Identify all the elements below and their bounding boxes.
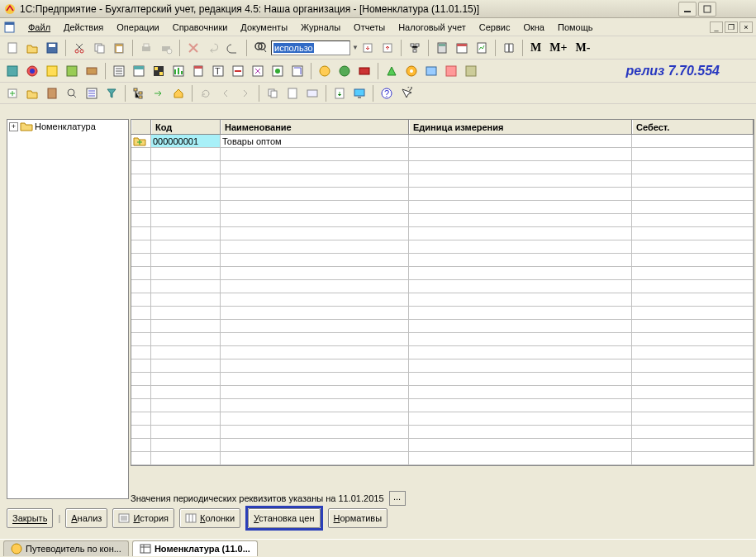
dropdown-icon[interactable]: ▼ (352, 44, 357, 51)
cat-filter-icon[interactable] (102, 84, 121, 102)
mod-icon-13[interactable] (249, 62, 267, 80)
analysis-button[interactable]: Анализ (65, 508, 107, 528)
mod-icon-3[interactable] (43, 62, 61, 80)
table-row[interactable] (131, 333, 754, 346)
cat-new-item-icon[interactable] (23, 84, 41, 102)
print-preview-icon[interactable] (157, 39, 175, 57)
cat-nav-right-icon[interactable] (236, 84, 254, 102)
mod-icon-18[interactable] (355, 62, 373, 80)
header-unit[interactable]: Единица измерения (409, 120, 632, 134)
menu-service[interactable]: Сервис (473, 21, 517, 34)
set-prices-button[interactable]: Установка цен (248, 508, 320, 528)
header-cost[interactable]: Себест. (632, 120, 754, 134)
normatives-button[interactable]: Нормативы (328, 508, 388, 528)
mod-icon-8[interactable] (150, 62, 168, 80)
mod-icon-16[interactable] (316, 62, 334, 80)
new-doc-icon[interactable] (3, 39, 21, 57)
table-row[interactable] (131, 307, 754, 320)
table-row[interactable] (131, 254, 754, 267)
up-nav-icon[interactable] (378, 39, 397, 57)
table-row[interactable] (131, 174, 754, 188)
tree-root-node[interactable]: + Номенклатура (7, 120, 128, 133)
mod-icon-20[interactable] (402, 62, 421, 80)
report-icon[interactable] (473, 39, 491, 57)
cat-new-folder-icon[interactable] (3, 84, 21, 102)
mod-icon-12[interactable] (229, 62, 247, 80)
mod-icon-14[interactable] (269, 62, 287, 80)
table-row[interactable] (131, 439, 754, 452)
menu-actions[interactable]: Действия (57, 21, 110, 34)
open-icon[interactable] (23, 39, 41, 57)
cat-book-icon[interactable] (43, 84, 61, 102)
table-row[interactable] (131, 426, 754, 439)
cut-icon[interactable] (70, 39, 88, 57)
search-input[interactable]: использо (271, 40, 350, 55)
table-row[interactable] (131, 359, 754, 373)
table-row[interactable] (131, 386, 754, 399)
header-name[interactable]: Наименование (221, 120, 409, 134)
mod-icon-1[interactable] (3, 62, 21, 80)
tree-icon[interactable] (406, 39, 424, 57)
down-nav-icon[interactable] (359, 39, 377, 57)
header-code[interactable]: Код (151, 120, 221, 134)
table-row[interactable]: 000000001Товары оптом (131, 135, 754, 148)
mod-icon-22[interactable] (442, 62, 460, 80)
undo-icon[interactable] (204, 39, 222, 57)
cat-doc-icon[interactable] (283, 84, 302, 102)
table-row[interactable] (131, 161, 754, 174)
mod-icon-10[interactable] (189, 62, 207, 80)
columns-button[interactable]: Колонки (179, 508, 240, 528)
memory-mminus-button[interactable]: M- (572, 41, 593, 55)
table-row[interactable] (131, 373, 754, 386)
mod-icon-15[interactable] (288, 62, 307, 80)
menu-documents[interactable]: Документы (234, 21, 294, 34)
table-row[interactable] (131, 280, 754, 293)
cat-hierarchy-icon[interactable] (130, 84, 148, 102)
mod-icon-23[interactable] (462, 62, 480, 80)
mod-icon-17[interactable] (335, 62, 354, 80)
table-row[interactable] (131, 320, 754, 333)
print-icon[interactable] (137, 39, 155, 57)
menu-catalogs[interactable]: Справочники (166, 21, 235, 34)
memory-m-button[interactable]: M (527, 41, 544, 55)
mod-icon-6[interactable] (110, 62, 128, 80)
cat-list-icon[interactable] (83, 84, 101, 102)
cat-refresh-icon[interactable] (197, 84, 215, 102)
mod-icon-7[interactable] (130, 62, 148, 80)
menu-file[interactable]: Файл (21, 21, 57, 34)
mod-icon-2[interactable] (23, 62, 41, 80)
cat-help-icon[interactable]: ? (378, 84, 396, 102)
cat-card-icon[interactable] (303, 84, 321, 102)
menu-help[interactable]: Помощь (551, 21, 600, 34)
mdi-restore-button[interactable]: ❐ (725, 21, 738, 33)
mod-icon-21[interactable] (422, 62, 440, 80)
table-row[interactable] (131, 412, 754, 426)
find-icon[interactable] (251, 39, 269, 57)
date-picker-button[interactable]: ... (389, 491, 406, 506)
mdi-close-button[interactable]: × (739, 21, 753, 33)
header-icon-col[interactable] (131, 120, 151, 134)
mod-icon-19[interactable] (383, 62, 401, 80)
mod-icon-5[interactable] (83, 62, 101, 80)
menu-windows[interactable]: Окна (516, 21, 551, 34)
menu-operations[interactable]: Операции (110, 21, 165, 34)
grid-body[interactable]: 000000001Товары оптом (131, 135, 754, 465)
table-row[interactable] (131, 227, 754, 240)
table-row[interactable] (131, 346, 754, 359)
table-row[interactable] (131, 240, 754, 254)
menu-journals[interactable]: Журналы (294, 21, 347, 34)
menu-reports[interactable]: Отчеты (347, 21, 392, 34)
history-button[interactable]: История (112, 508, 174, 528)
table-row[interactable] (131, 214, 754, 227)
mod-icon-9[interactable] (169, 62, 188, 80)
menu-tax[interactable]: Налоговый учет (392, 21, 473, 34)
mod-icon-4[interactable] (63, 62, 81, 80)
table-row[interactable] (131, 399, 754, 412)
table-row[interactable] (131, 188, 754, 201)
cat-nav-left-icon[interactable] (216, 84, 235, 102)
delete-icon[interactable] (184, 39, 202, 57)
copy-icon[interactable] (90, 39, 108, 57)
book-icon[interactable] (500, 39, 518, 57)
cat-house-icon[interactable] (169, 84, 188, 102)
redo-icon[interactable] (224, 39, 242, 57)
